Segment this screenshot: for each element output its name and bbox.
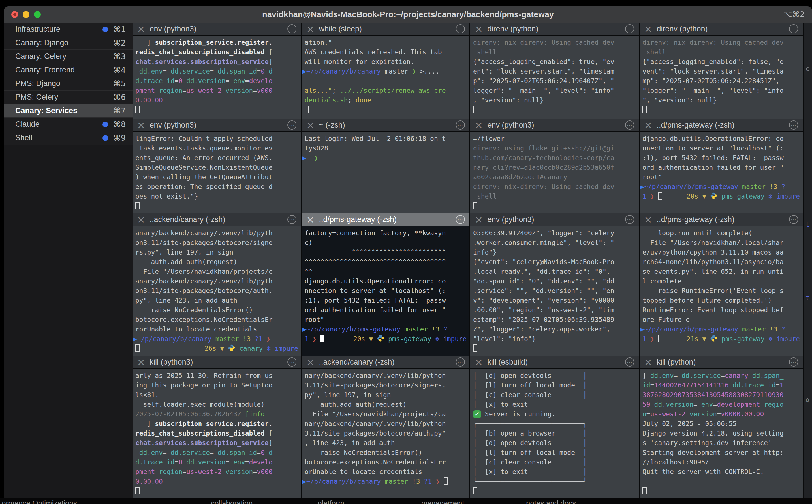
close-pane-icon[interactable]: ×: [306, 213, 315, 226]
close-pane-icon[interactable]: ×: [306, 119, 315, 131]
terminal-line: Z", "logger": "celery.apps.worker",: [473, 324, 636, 334]
terminal-output[interactable]: arly as 2025-11-30. Refrain from using t…: [132, 369, 301, 498]
pane-menu-icon[interactable]: ···: [789, 120, 798, 130]
terminal-output[interactable]: ation."AWS credentials refreshed. This t…: [302, 36, 469, 119]
terminal-output[interactable]: ] dd.env= dd.service=canary dd.span_id=1…: [640, 369, 803, 498]
pane-header[interactable]: ×env (python3)···: [470, 213, 639, 226]
terminal-output[interactable]: direnv: nix-direnv: Using cached dev she…: [470, 36, 639, 119]
pane-menu-icon[interactable]: ···: [287, 24, 297, 33]
terminal-output[interactable]: Last login: Wed Jul 2 01:06:18 on ttys02…: [302, 132, 469, 213]
terminal-pane-5[interactable]: ×~ (-zsh)···Last login: Wed Jul 2 01:06:…: [302, 119, 469, 213]
pane-menu-icon[interactable]: ···: [287, 120, 297, 130]
terminal-line: │ [d] open devtools │: [473, 438, 636, 448]
pane-header[interactable]: ×kill (python)···: [640, 356, 803, 369]
pane-header[interactable]: ×..ackend/canary (-zsh)···: [302, 356, 469, 369]
terminal-pane-8[interactable]: ×..ackend/canary (-zsh)···anary/backend/…: [132, 213, 301, 356]
terminal-output[interactable]: =/flowerdirenv: using flake git+ssh://gi…: [470, 132, 639, 213]
terminal-output[interactable]: nary/backend/canary/.venv/lib/python3.11…: [302, 369, 469, 498]
terminal-pane-11[interactable]: ×..d/pms-gateway (-zsh)··· loop.run_unti…: [640, 213, 803, 356]
pane-header[interactable]: ×..d/pms-gateway (-zsh)···: [302, 213, 469, 226]
pane-menu-icon[interactable]: ···: [789, 215, 798, 224]
pane-title: env (python3): [150, 121, 196, 130]
terminal-line: ▶~/p/canary/b/pms-gateway master !3 ?: [305, 324, 467, 334]
terminal-line: django.db.utils.OperationalError: co: [643, 134, 800, 143]
pane-header[interactable]: ×direnv (python)···: [470, 23, 639, 36]
pane-header[interactable]: ×while (sleep)···: [302, 23, 469, 36]
pane-header[interactable]: ×~ (-zsh)···: [302, 119, 469, 132]
close-pane-icon[interactable]: ×: [475, 23, 483, 35]
close-pane-icon[interactable]: ×: [306, 356, 315, 368]
terminal-pane-14[interactable]: ×kill (esbuild)···│ [d] open devtools ││…: [470, 356, 639, 498]
sidebar-item-shell[interactable]: Shell⌘9: [4, 131, 132, 145]
pane-menu-icon[interactable]: ···: [456, 24, 465, 33]
pane-menu-icon[interactable]: ···: [625, 215, 634, 224]
pane-header[interactable]: ×env (python3)···: [132, 23, 301, 36]
terminal-cursor: [135, 106, 139, 113]
terminal-output[interactable]: 05:06:39.912400Z", "logger": "celery.wor…: [470, 226, 639, 356]
pane-header[interactable]: ×kill (esbuild)···: [470, 356, 639, 369]
terminal-output[interactable]: direnv: nix-direnv: Using cached dev she…: [640, 36, 803, 119]
sidebar-item-canary-django[interactable]: Canary: Django⌘2: [4, 36, 132, 50]
terminal-output[interactable]: loop.run_until_complete( File "/Users/na…: [640, 226, 803, 356]
terminal-output[interactable]: django.db.utils.OperationalError: connec…: [640, 132, 803, 213]
pane-header[interactable]: ×env (python3)···: [470, 119, 639, 132]
terminal-output[interactable]: factory=connection_factory, **kwasync) ^…: [302, 226, 469, 356]
sidebar-item-claude[interactable]: Claude⌘8: [4, 118, 132, 131]
pane-menu-icon[interactable]: ···: [625, 24, 634, 33]
sidebar-item-label: Claude: [15, 120, 102, 129]
terminal-pane-0[interactable]: ×env (python3)··· ] subscription_service…: [132, 23, 301, 119]
close-pane-icon[interactable]: ×: [644, 213, 652, 226]
terminal-line: [473, 201, 636, 211]
terminal-pane-2[interactable]: ×direnv (python)···direnv: nix-direnv: U…: [470, 23, 639, 119]
pane-header[interactable]: ×..ackend/canary (-zsh)···: [132, 213, 301, 226]
pane-header[interactable]: ×direnv (python)···: [640, 23, 803, 36]
sidebar-item-canary-frontend[interactable]: Canary: Frontend⌘4: [4, 63, 132, 77]
pane-menu-icon[interactable]: ···: [287, 357, 297, 367]
terminal-output[interactable]: ] subscription_service.register.redis_ch…: [132, 36, 301, 119]
pane-menu-icon[interactable]: ···: [456, 357, 465, 367]
terminal-pane-7[interactable]: ×..d/pms-gateway (-zsh)···django.db.util…: [640, 119, 803, 213]
terminal-pane-9[interactable]: ×..d/pms-gateway (-zsh)···factory=connec…: [302, 213, 469, 356]
pane-header[interactable]: ×kill (python3)···: [132, 356, 301, 369]
terminal-pane-6[interactable]: ×env (python3)···=/flowerdirenv: using f…: [470, 119, 639, 213]
terminal-pane-4[interactable]: ×env (python3)···lingError: Couldn't app…: [132, 119, 301, 213]
sidebar-item-canary-celery[interactable]: Canary: Celery⌘3: [4, 50, 132, 63]
pane-header[interactable]: ×env (python3)···: [132, 119, 301, 132]
close-pane-icon[interactable]: ×: [475, 119, 483, 131]
pane-menu-icon[interactable]: ···: [456, 215, 465, 224]
sidebar-item-canary-services[interactable]: Canary: Services⌘7: [4, 104, 132, 118]
close-pane-icon[interactable]: ×: [644, 23, 652, 35]
close-pane-icon[interactable]: ×: [475, 213, 483, 226]
pane-menu-icon[interactable]: ···: [625, 357, 634, 367]
pane-menu-icon[interactable]: ···: [789, 24, 798, 33]
pane-menu-icon[interactable]: ···: [456, 120, 465, 130]
close-pane-icon[interactable]: ×: [644, 119, 652, 131]
sidebar-item-infrastructure[interactable]: Infrastructure⌘1: [4, 23, 132, 36]
terminal-pane-3[interactable]: ×direnv (python)···direnv: nix-direnv: U…: [640, 23, 803, 119]
terminal-line: root": [305, 315, 467, 324]
pane-menu-icon[interactable]: ···: [789, 357, 798, 367]
terminal-line: 1 ❯ 21s ▼ pms-gateway ❄ impure: [643, 334, 800, 344]
terminal-pane-15[interactable]: ×kill (python)···] dd.env= dd.service=ca…: [640, 356, 803, 498]
pane-menu-icon[interactable]: ···: [625, 120, 634, 130]
close-pane-icon[interactable]: ×: [137, 119, 145, 131]
close-pane-icon[interactable]: ×: [306, 23, 315, 35]
pane-menu-icon[interactable]: ···: [287, 215, 297, 224]
terminal-pane-1[interactable]: ×while (sleep)···ation."AWS credentials …: [302, 23, 469, 119]
sidebar-item-pms-django[interactable]: PMS: Django⌘5: [4, 77, 132, 91]
close-pane-icon[interactable]: ×: [137, 213, 145, 226]
terminal-pane-10[interactable]: ×env (python3)···05:06:39.912400Z", "log…: [470, 213, 639, 356]
close-pane-icon[interactable]: ×: [644, 356, 652, 368]
close-pane-icon[interactable]: ×: [137, 356, 145, 368]
terminal-output[interactable]: │ [d] open devtools ││ [l] turn off loca…: [470, 369, 639, 498]
terminal-pane-13[interactable]: ×..ackend/canary (-zsh)···nary/backend/c…: [302, 356, 469, 498]
terminal-output[interactable]: lingError: Couldn't apply scheduled task…: [132, 132, 301, 213]
pane-header[interactable]: ×..d/pms-gateway (-zsh)···: [640, 213, 803, 226]
close-pane-icon[interactable]: ×: [137, 23, 145, 35]
terminal-output[interactable]: anary/backend/canary/.venv/lib/python3.1…: [132, 226, 301, 356]
window-titlebar[interactable]: navidkhan@Navids-MacBook-Pro:~/projects/…: [4, 6, 812, 23]
sidebar-item-pms-celery[interactable]: PMS: Celery⌘6: [4, 91, 132, 104]
terminal-pane-12[interactable]: ×kill (python3)···arly as 2025-11-30. Re…: [132, 356, 301, 498]
close-pane-icon[interactable]: ×: [475, 356, 483, 368]
pane-header[interactable]: ×..d/pms-gateway (-zsh)···: [640, 119, 803, 132]
